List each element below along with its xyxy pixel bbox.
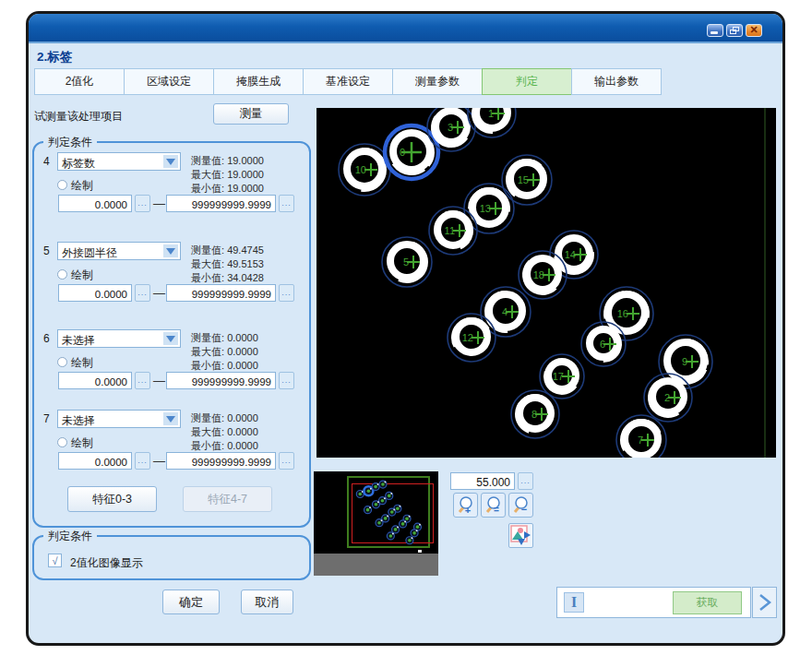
judge-item-6: 6 未选择 测量值: 0.0000 最大值: 0.0000 最小值: 0.000… (32, 329, 311, 422)
draw-radio-4[interactable] (57, 180, 67, 190)
zoom-percent-input[interactable] (450, 472, 515, 490)
blob-5: 5 (382, 237, 432, 287)
svg-text:0: 0 (400, 147, 405, 158)
draw-radio-6[interactable] (57, 357, 67, 367)
upper-limit-more-button[interactable]: ... (279, 195, 294, 212)
blob-8: 8 (511, 390, 559, 438)
draw-radio-5[interactable] (57, 269, 67, 280)
upper-limit-input-6[interactable] (166, 372, 276, 389)
blob-10: 10 (339, 144, 390, 196)
feature-select-6-value: 未选择 (62, 333, 95, 349)
svg-text:18: 18 (533, 269, 544, 280)
svg-text:8: 8 (531, 409, 537, 420)
tab-measure-params[interactable]: 测量参数 (392, 68, 483, 95)
feature-0-3-button[interactable]: 特征0-3 (67, 486, 157, 512)
binary-display-checkbox[interactable]: √ (48, 554, 62, 567)
upper-limit-more-button[interactable]: ... (279, 452, 294, 470)
svg-text:3: 3 (448, 122, 453, 133)
item-number: 6 (43, 332, 50, 345)
feature-select-7-value: 未选择 (62, 413, 95, 429)
svg-text:14: 14 (565, 249, 576, 260)
restore-button[interactable] (726, 24, 743, 37)
upper-limit-more-button[interactable]: ... (279, 284, 294, 302)
svg-text:11: 11 (445, 225, 455, 236)
navigator-thumbnail[interactable] (314, 471, 438, 576)
minimize-button[interactable] (707, 24, 723, 37)
draw-radio-7[interactable] (57, 437, 67, 447)
zoom-reset-button[interactable]: = (481, 493, 506, 518)
zoom-in-button[interactable]: + (453, 493, 478, 518)
range-dash: — (153, 196, 165, 210)
item-number: 5 (43, 244, 50, 257)
feature-select-7[interactable]: 未选择 (57, 410, 181, 428)
lower-limit-input-7[interactable] (58, 452, 132, 470)
svg-text:=: = (494, 505, 499, 515)
tab-judge[interactable]: 判定 (482, 68, 572, 95)
upper-limit-more-button[interactable]: ... (279, 372, 294, 389)
draw-radio-label: 绘制 (71, 355, 93, 371)
svg-text:5: 5 (403, 256, 409, 268)
thumbnail-blobs (314, 471, 438, 554)
feature-4-7-button[interactable]: 特征4-7 (183, 486, 272, 512)
lower-limit-input-6[interactable] (58, 372, 132, 389)
range-dash: — (153, 454, 165, 468)
chevron-down-icon[interactable] (162, 411, 179, 426)
camera-image-viewer[interactable]: 1003115131151418412166917287 (316, 108, 776, 458)
cancel-button[interactable]: 取消 (241, 590, 293, 614)
image-switch-button[interactable] (508, 523, 533, 548)
tab-region[interactable]: 区域设定 (124, 68, 214, 95)
feature-select-4[interactable]: 标签数 (57, 152, 181, 171)
next-button[interactable] (752, 587, 777, 618)
dialog-window: ✕ 2.标签 2值化 区域设定 掩膜生成 基准设定 测量参数 判定 输出参数 试… (26, 11, 785, 646)
thumbnail-gray-area (314, 554, 438, 576)
item-number: 4 (43, 155, 50, 168)
range-dash: — (153, 374, 165, 387)
max-value: 最大值: 19.0000 (191, 168, 264, 182)
upper-limit-input-4[interactable] (166, 195, 276, 212)
chevron-down-icon[interactable] (162, 331, 179, 346)
feature-select-6[interactable]: 未选择 (57, 329, 181, 348)
svg-text:7: 7 (638, 435, 643, 446)
zoom-more-button[interactable]: ... (518, 472, 533, 490)
tab-binarize[interactable]: 2值化 (34, 68, 125, 95)
magnifier-equal-icon: = (484, 495, 503, 515)
lower-limit-input-4[interactable] (58, 195, 132, 212)
close-button[interactable]: ✕ (746, 24, 762, 37)
blob-17: 17 (540, 354, 584, 399)
lower-limit-more-button[interactable]: ... (135, 284, 150, 302)
measured-value: 测量值: 0.0000 (191, 331, 258, 345)
min-value: 最小值: 19.0000 (191, 182, 264, 196)
acquire-button[interactable]: 获取 (673, 591, 742, 614)
upper-limit-input-7[interactable] (166, 452, 276, 470)
svg-text:9: 9 (682, 356, 687, 367)
lower-limit-more-button[interactable]: ... (135, 195, 150, 212)
svg-text:12: 12 (462, 332, 473, 343)
measured-value: 测量值: 19.0000 (191, 154, 264, 168)
svg-text:13: 13 (480, 203, 491, 214)
title-bar: ✕ (29, 14, 782, 43)
min-value: 最小值: 0.0000 (191, 439, 258, 453)
max-value: 最大值: 0.0000 (191, 425, 258, 439)
svg-text:16: 16 (617, 308, 628, 319)
svg-text:10: 10 (355, 164, 366, 175)
measure-button[interactable]: 测量 (213, 103, 289, 125)
chevron-down-icon[interactable] (162, 244, 179, 258)
item-number: 7 (43, 412, 50, 425)
tab-mask[interactable]: 掩膜生成 (213, 68, 304, 95)
judge-group-title: 判定条件 (43, 135, 97, 150)
lower-limit-input-5[interactable] (58, 284, 132, 302)
ok-button[interactable]: 确定 (162, 590, 220, 614)
svg-text:1: 1 (488, 108, 494, 119)
draw-radio-label: 绘制 (71, 268, 93, 283)
tab-output-params[interactable]: 输出参数 (571, 68, 662, 95)
svg-text:4: 4 (502, 306, 508, 317)
spool-icon: I (564, 592, 584, 613)
chevron-down-icon[interactable] (162, 154, 179, 169)
upper-limit-input-5[interactable] (166, 284, 276, 302)
lower-limit-more-button[interactable]: ... (135, 452, 150, 470)
blob-6: 6 (580, 321, 626, 366)
tab-reference[interactable]: 基准设定 (303, 68, 393, 95)
feature-select-5[interactable]: 外接圆半径 (57, 242, 181, 260)
zoom-out-button[interactable]: − (508, 493, 533, 518)
lower-limit-more-button[interactable]: ... (135, 372, 150, 389)
